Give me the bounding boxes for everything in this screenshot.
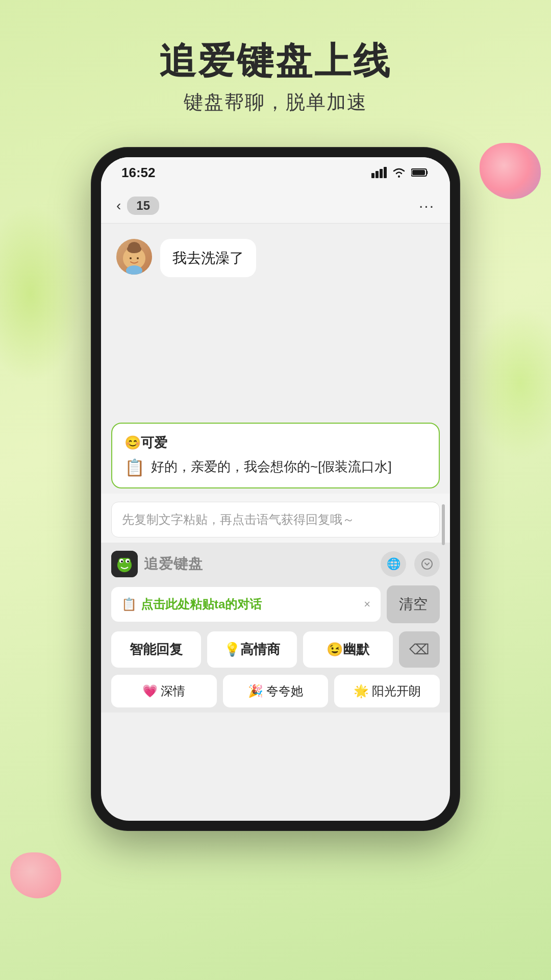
globe-icon: 🌐 <box>387 557 400 571</box>
sunshine-emoji: 🌟 <box>354 684 369 698</box>
ai-suggestion-card[interactable]: 😊可爱 📋 好的，亲爱的，我会想你的~[假装流口水] <box>111 423 440 488</box>
delete-icon: ⌫ <box>409 641 430 658</box>
keyboard-brand-name: 追爱键盘 <box>144 554 203 574</box>
svg-rect-0 <box>371 173 374 178</box>
back-button[interactable]: ‹ <box>116 198 121 214</box>
function-buttons-row: 智能回复 💡高情商 😉幽默 ⌫ <box>111 631 440 668</box>
decorative-blob-left <box>0 204 82 383</box>
received-message-text: 我去洗澡了 <box>172 250 244 266</box>
copy-icon: 📋 <box>124 458 145 477</box>
chat-header-left: ‹ 15 <box>116 197 159 215</box>
compliment-label: 夸夸她 <box>266 683 303 699</box>
delete-button[interactable]: ⌫ <box>399 631 440 668</box>
suggestion-title-text: 😊可爱 <box>124 434 167 452</box>
keyboard-header: 追爱键盘 🌐 <box>111 551 440 577</box>
ai-suggestion-title: 😊可爱 <box>124 434 427 452</box>
compliment-emoji: 🎉 <box>248 684 263 698</box>
paste-label: 点击此处粘贴ta的对话 <box>141 596 262 612</box>
text-input-field[interactable]: 先复制文字粘贴，再点击语气获得回复哦～ <box>111 502 440 537</box>
svg-point-9 <box>127 245 141 253</box>
sunshine-button[interactable]: 🌟 阳光开朗 <box>334 675 440 707</box>
globe-button[interactable]: 🌐 <box>381 551 406 577</box>
svg-rect-6 <box>412 170 425 175</box>
sunshine-label: 阳光开朗 <box>372 683 421 699</box>
keyboard-header-icons: 🌐 <box>381 551 440 577</box>
page-header: 追爱键盘上线 键盘帮聊，脱单加速 <box>0 0 551 131</box>
battery-icon <box>411 168 430 177</box>
heart-blob-top-right <box>480 143 541 199</box>
avatar <box>116 239 152 275</box>
svg-point-20 <box>127 560 129 562</box>
deep-love-emoji: 💗 <box>142 684 158 698</box>
mood-buttons-row: 💗 深情 🎉 夸夸她 🌟 阳光开朗 <box>111 675 440 707</box>
ai-suggestion-text: 好的，亲爱的，我会想你的~[假装流口水] <box>151 457 392 477</box>
svg-rect-1 <box>375 171 379 178</box>
heart-blob-bottom-left <box>10 852 61 898</box>
deep-love-button[interactable]: 💗 深情 <box>111 675 217 707</box>
keyboard-area: 追爱键盘 🌐 <box>101 543 450 713</box>
high-eq-button[interactable]: 💡高情商 <box>207 631 297 668</box>
signal-icon <box>371 167 387 178</box>
humor-button[interactable]: 😉幽默 <box>303 631 393 668</box>
status-bar: 16:52 <box>101 157 450 188</box>
input-area: 先复制文字粘贴，再点击语气获得回复哦～ <box>101 494 450 543</box>
svg-point-4 <box>398 176 400 178</box>
decorative-blob-right <box>469 306 551 459</box>
scroll-indicator <box>442 504 445 545</box>
received-message-row: 我去洗澡了 <box>116 239 435 277</box>
svg-point-10 <box>130 257 132 259</box>
deep-love-label: 深情 <box>161 683 185 699</box>
chat-badge: 15 <box>127 197 159 215</box>
humor-label: 😉幽默 <box>327 641 369 658</box>
more-options-button[interactable]: ··· <box>419 197 435 214</box>
compliment-button[interactable]: 🎉 夸夸她 <box>223 675 329 707</box>
chat-messages-area: 我去洗澡了 <box>101 224 450 418</box>
svg-point-11 <box>137 257 139 259</box>
page-title: 追爱键盘上线 <box>0 41 551 81</box>
high-eq-label: 💡高情商 <box>224 641 280 658</box>
phone-screen: 16:52 <box>101 157 450 821</box>
status-time: 16:52 <box>121 165 156 181</box>
chat-header: ‹ 15 ··· <box>101 188 450 224</box>
svg-point-19 <box>121 560 123 562</box>
svg-rect-2 <box>380 169 383 178</box>
svg-point-21 <box>422 559 432 569</box>
paste-text: 📋 点击此处粘贴ta的对话 <box>121 596 262 612</box>
phone-mockup: 16:52 <box>92 148 459 830</box>
clear-button[interactable]: 清空 <box>387 585 440 623</box>
paste-close-button[interactable]: × <box>364 598 370 611</box>
input-placeholder: 先复制文字粘贴，再点击语气获得回复哦～ <box>122 512 355 526</box>
keyboard-logo <box>111 551 138 577</box>
paste-box[interactable]: 📋 点击此处粘贴ta的对话 × <box>111 587 381 622</box>
smart-reply-button[interactable]: 智能回复 <box>111 631 201 668</box>
keyboard-brand: 追爱键盘 <box>111 551 203 577</box>
received-message-bubble: 我去洗澡了 <box>160 239 256 277</box>
wifi-icon <box>392 167 406 178</box>
paste-area: 📋 点击此处粘贴ta的对话 × 清空 <box>111 585 440 623</box>
down-chevron-icon <box>421 558 433 570</box>
ai-suggestion-body: 📋 好的，亲爱的，我会想你的~[假装流口水] <box>124 457 427 477</box>
phone-frame: 16:52 <box>92 148 459 830</box>
status-icons <box>371 167 430 178</box>
smart-reply-label: 智能回复 <box>130 641 183 658</box>
page-subtitle: 键盘帮聊，脱单加速 <box>0 89 551 115</box>
collapse-button[interactable] <box>414 551 440 577</box>
svg-rect-3 <box>384 167 387 178</box>
paste-icon: 📋 <box>121 597 137 611</box>
